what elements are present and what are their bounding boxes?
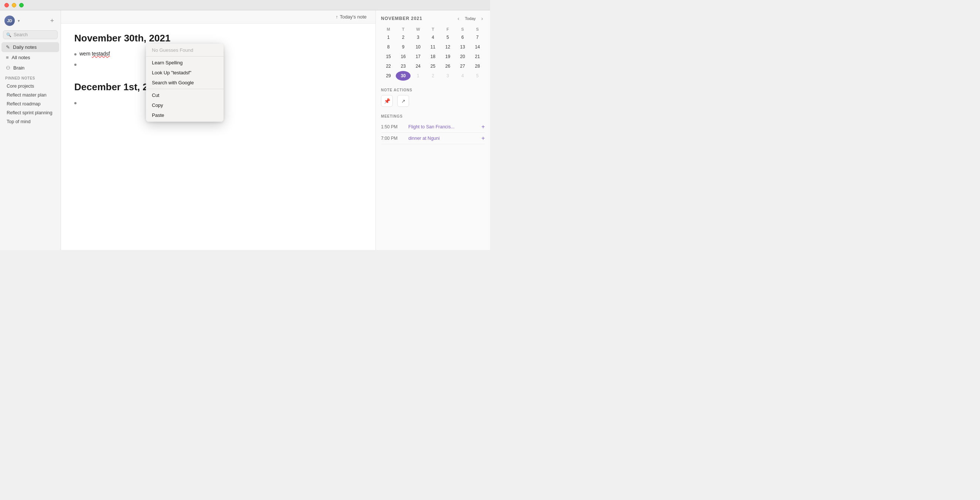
context-menu-cut[interactable]: Cut (146, 90, 224, 100)
calendar-today-button[interactable]: Today (463, 16, 478, 21)
account-chevron-icon[interactable]: ▾ (18, 19, 20, 23)
bullet-dot (74, 53, 76, 56)
calendar-day[interactable]: 3 (410, 32, 425, 42)
context-menu-copy[interactable]: Copy (146, 100, 224, 110)
calendar-day[interactable]: 20 (455, 52, 470, 61)
calendar-day[interactable]: 17 (410, 52, 425, 61)
calendar-day[interactable]: 25 (425, 61, 440, 71)
cal-header-sat: S (455, 26, 470, 32)
calendar-section: NOVEMBER 2021 ‹ Today › M T W T F S (376, 15, 490, 85)
today-note-button[interactable]: ↑ Today's note (332, 13, 369, 21)
calendar-day[interactable]: 28 (470, 61, 485, 71)
calendar-next-button[interactable]: › (479, 15, 485, 22)
sidebar-item-daily-notes[interactable]: ✎ Daily notes (2, 42, 59, 52)
calendar-day[interactable]: 6 (455, 32, 470, 42)
calendar-nav-group: ‹ Today › (456, 15, 485, 22)
bullet-dot-2 (74, 64, 76, 66)
pin-note-button[interactable]: 📌 (381, 95, 393, 107)
calendar-day[interactable]: 4 (425, 32, 440, 42)
calendar-day[interactable]: 2 (425, 71, 440, 81)
meeting-item-1: 1:50 PM Flight to San Francis... + (381, 121, 485, 133)
pinned-item-reflect-master-plan[interactable]: Reflect master plan (2, 91, 59, 99)
search-box[interactable]: 🔍 Search (3, 30, 58, 39)
calendar-day[interactable]: 3 (441, 71, 455, 81)
calendar-day[interactable]: 1 (410, 71, 425, 81)
calendar-day[interactable]: 5 (470, 71, 485, 81)
pinned-notes-section-label: PINNED NOTES (0, 73, 60, 82)
brain-label: Brain (13, 65, 24, 70)
minimize-button[interactable] (12, 3, 16, 7)
context-menu-separator-2 (146, 89, 224, 89)
context-menu-learn-spelling[interactable]: Learn Spelling (146, 58, 224, 68)
meeting-add-button-2[interactable]: + (482, 135, 485, 142)
calendar-day[interactable]: 29 (381, 71, 396, 81)
context-menu-search-google[interactable]: Search with Google (146, 78, 224, 88)
all-notes-icon: ≡ (6, 55, 9, 60)
calendar-day[interactable]: 19 (441, 52, 455, 61)
today-arrow-icon: ↑ (336, 14, 338, 19)
calendar-day[interactable]: 11 (425, 42, 440, 52)
cal-header-sun: S (470, 26, 485, 32)
meetings-section: MEETINGS 1:50 PM Flight to San Francis..… (376, 111, 490, 149)
all-notes-label: All notes (12, 55, 30, 60)
calendar-day[interactable]: 23 (396, 61, 410, 71)
calendar-day[interactable]: 9 (396, 42, 410, 52)
calendar-day[interactable]: 4 (455, 71, 470, 81)
calendar-day[interactable]: 1 (381, 32, 396, 42)
export-note-button[interactable]: ↗ (397, 95, 409, 107)
context-menu-paste[interactable]: Paste (146, 110, 224, 120)
note-text-prefix: wem (80, 51, 92, 57)
note-text-misspelled: testadsf (92, 51, 110, 57)
avatar[interactable]: JD (5, 16, 15, 26)
main-content: ↑ Today's note November 30th, 2021 wem t… (61, 10, 375, 250)
calendar-prev-button[interactable]: ‹ (456, 15, 461, 22)
calendar-day[interactable]: 26 (441, 61, 455, 71)
maximize-button[interactable] (19, 3, 24, 7)
export-icon: ↗ (401, 98, 406, 104)
pinned-item-reflect-sprint-planning[interactable]: Reflect sprint planning (2, 109, 59, 117)
calendar-grid: M T W T F S S 12345678910111213141516171… (381, 26, 485, 81)
sidebar-item-all-notes[interactable]: ≡ All notes (2, 53, 59, 62)
daily-notes-label: Daily notes (13, 45, 37, 50)
meeting-add-button-1[interactable]: + (482, 123, 485, 130)
calendar-day[interactable]: 7 (470, 32, 485, 42)
note-text-1[interactable]: wem testadsf (80, 51, 110, 57)
pinned-item-top-of-mind[interactable]: Top of mind (2, 117, 59, 126)
calendar-day[interactable]: 22 (381, 61, 396, 71)
sidebar: JD ▾ + 🔍 Search ✎ Daily notes ≡ All note… (0, 10, 61, 250)
calendar-day[interactable]: 10 (410, 42, 425, 52)
pinned-item-reflect-roadmap[interactable]: Reflect roadmap (2, 99, 59, 109)
calendar-day[interactable]: 24 (410, 61, 425, 71)
bullet-dot-3 (74, 102, 76, 104)
calendar-day[interactable]: 27 (455, 61, 470, 71)
calendar-day[interactable]: 12 (441, 42, 455, 52)
context-menu-look-up[interactable]: Look Up "testadsf" (146, 68, 224, 78)
meetings-label: MEETINGS (381, 114, 485, 118)
calendar-day[interactable]: 8 (381, 42, 396, 52)
calendar-day[interactable]: 15 (381, 52, 396, 61)
calendar-day[interactable]: 5 (441, 32, 455, 42)
today-note-label: Today's note (340, 14, 367, 19)
meeting-title-2[interactable]: dinner at Nguni (408, 136, 478, 141)
calendar-day[interactable]: 30 (396, 71, 410, 81)
calendar-day[interactable]: 16 (396, 52, 410, 61)
add-note-button[interactable]: + (48, 17, 56, 25)
close-button[interactable] (5, 3, 9, 7)
calendar-day[interactable]: 21 (470, 52, 485, 61)
pin-icon: 📌 (384, 98, 390, 104)
context-menu: No Guesses Found Learn Spelling Look Up … (146, 44, 224, 122)
calendar-day[interactable]: 2 (396, 32, 410, 42)
meeting-title-1[interactable]: Flight to San Francis... (408, 124, 478, 129)
cal-header-thu: T (425, 26, 440, 32)
calendar-day[interactable]: 13 (455, 42, 470, 52)
sidebar-item-brain[interactable]: ⚇ Brain (2, 63, 59, 73)
note-actions-section: NOTE ACTIONS 📌 ↗ (376, 85, 490, 111)
calendar-day[interactable]: 18 (425, 52, 440, 61)
note-actions-label: NOTE ACTIONS (381, 88, 485, 92)
pinned-item-core-projects[interactable]: Core projects (2, 82, 59, 91)
app-layout: JD ▾ + 🔍 Search ✎ Daily notes ≡ All note… (0, 10, 490, 250)
daily-notes-icon: ✎ (6, 45, 10, 50)
main-header: ↑ Today's note (61, 10, 375, 24)
right-sidebar: NOVEMBER 2021 ‹ Today › M T W T F S (375, 10, 490, 250)
calendar-day[interactable]: 14 (470, 42, 485, 52)
